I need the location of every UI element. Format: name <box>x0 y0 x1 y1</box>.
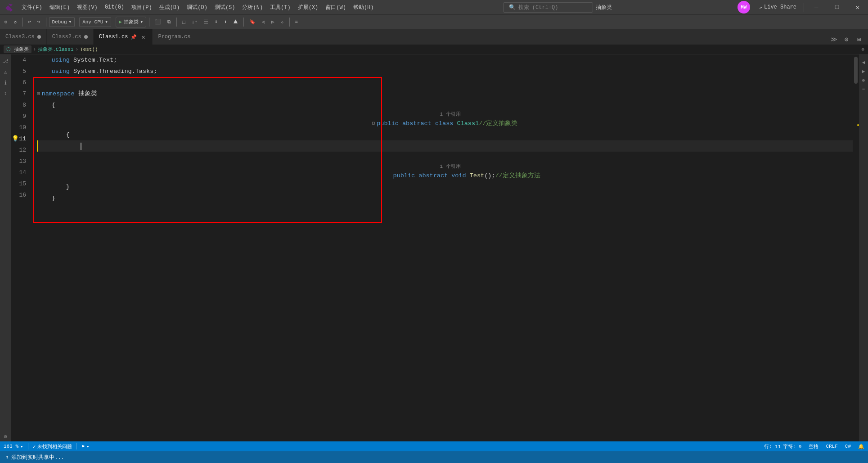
line-11-active: 💡 11 <box>11 133 30 144</box>
menu-tools[interactable]: 工具(T) <box>266 0 294 14</box>
breadcrumb-method[interactable]: Test() <box>80 47 98 52</box>
right-sidebar-icon-2[interactable]: ▶ <box>859 67 868 75</box>
tab-settings-button[interactable]: ⚙ <box>841 34 852 45</box>
menu-analyze[interactable]: 分析(N) <box>238 0 266 14</box>
zoom-dropdown-icon: ▾ <box>20 444 23 450</box>
right-sidebar-icon-1[interactable]: ◀ <box>859 58 868 66</box>
menu-project[interactable]: 项目(P) <box>128 0 156 14</box>
toolbar-icon-5[interactable]: ☰ <box>201 17 211 27</box>
toolbar-icon-12[interactable]: ≡ <box>292 17 301 27</box>
status-sep <box>28 443 28 450</box>
notification-bar: ⬆ 添加到实时共享中... <box>0 451 868 463</box>
toolbar-icon-10[interactable]: ▷ <box>269 17 277 27</box>
collapse-icon-7[interactable]: ⊟ <box>37 88 40 99</box>
status-zoom[interactable]: 163 % ▾ <box>0 441 27 451</box>
line-10: 10 <box>11 122 30 133</box>
activity-settings-icon[interactable]: ⚙ <box>0 432 10 441</box>
modified-dot <box>84 35 88 39</box>
minimize-button[interactable]: ─ <box>806 0 827 14</box>
toolbar-sep-6 <box>289 18 290 27</box>
right-sidebar-icon-4[interactable]: ≡ <box>859 85 868 93</box>
line-13: 13 <box>11 156 30 167</box>
breadcrumb-actions: ⊕ <box>861 46 864 52</box>
add-breadcrumb-button[interactable]: ⊕ <box>861 46 864 52</box>
activity-nav-icon[interactable]: ↕ <box>0 89 10 99</box>
status-left: 163 % ▾ ✓ 未找到相关问题 ⚑ ▾ <box>0 441 93 451</box>
menu-bar[interactable]: 文件(F) 编辑(E) 视图(V) Git(G) 项目(P) 生成(B) 调试(… <box>18 0 378 14</box>
menu-build[interactable]: 生成(B) <box>156 0 184 14</box>
close-button[interactable]: ✕ <box>847 0 868 14</box>
tab-close-button[interactable]: ✕ <box>139 33 147 40</box>
tab-class3[interactable]: Class3.cs <box>0 29 47 45</box>
toolbar-icon-1[interactable]: ⬛ <box>152 17 164 27</box>
undo-button[interactable]: ↩ <box>25 17 34 27</box>
code-line-9: 1 个引用 ⊟ public abstract class Class1//定义… <box>37 111 853 129</box>
menu-debug[interactable]: 调试(D) <box>183 0 211 14</box>
status-navigation[interactable]: ⚑ ▾ <box>78 441 93 451</box>
menu-git[interactable]: Git(G) <box>101 0 128 14</box>
live-share-button[interactable]: ↗ Live Share <box>754 0 802 14</box>
toolbar-sep-1 <box>22 18 22 27</box>
activity-git-icon[interactable]: ⎇ <box>0 56 10 66</box>
new-file-button[interactable]: ⊕ <box>2 17 10 27</box>
search-box[interactable]: 🔍 搜索 (Ctrl+Q) <box>503 2 593 13</box>
notification-text[interactable]: 添加到实时共享中... <box>11 454 64 461</box>
menu-window[interactable]: 窗口(W) <box>322 0 350 14</box>
line-9: 9 <box>11 111 30 122</box>
scrollbar-thumb[interactable] <box>854 57 858 84</box>
scrollbar[interactable] <box>853 54 859 441</box>
menu-edit[interactable]: 编辑(E) <box>46 0 74 14</box>
toolbar-icon-7[interactable]: ⬆ <box>221 17 230 27</box>
activity-warn-icon[interactable]: ⚠ <box>0 67 10 77</box>
menu-extensions[interactable]: 扩展(X) <box>294 0 322 14</box>
collapse-icon-9[interactable]: ⊟ <box>372 118 375 129</box>
run-button[interactable]: ▶ 抽象类 ▾ <box>116 17 146 27</box>
right-sidebar-icon-3[interactable]: ⊕ <box>859 76 868 84</box>
search-icon: 🔍 <box>509 4 516 11</box>
activity-info-icon[interactable]: ℹ <box>0 78 10 88</box>
menu-view[interactable]: 视图(V) <box>73 0 101 14</box>
breadcrumb-class[interactable]: 抽象类.Class1 <box>38 46 73 53</box>
split-editor-button[interactable]: ⊞ <box>854 34 864 45</box>
tab-label: Class3.cs <box>5 34 35 40</box>
status-encoding[interactable]: CRLF <box>822 441 841 451</box>
toolbar-icon-6[interactable]: ⬇ <box>212 17 220 27</box>
maximize-button[interactable]: □ <box>827 0 847 14</box>
code-line-11[interactable] <box>37 140 853 152</box>
tab-class2[interactable]: Class2.cs <box>47 29 94 45</box>
refresh-button[interactable]: ↺ <box>11 17 20 27</box>
status-notifications[interactable]: 🔔 <box>855 441 868 451</box>
status-errors[interactable]: ✓ 未找到相关问题 <box>29 441 76 451</box>
tab-class1[interactable]: Class1.cs 📌 ✕ <box>94 29 153 45</box>
menu-help[interactable]: 帮助(H) <box>350 0 378 14</box>
toolbar-icon-8[interactable]: ⯅ <box>230 17 241 27</box>
line-numbers: 4 5 6 7 8 9 10 💡 11 12 13 14 15 16 <box>11 54 33 441</box>
status-row-col[interactable]: 行: 11 字符: 9 <box>760 441 805 451</box>
lightbulb-icon[interactable]: 💡 <box>12 133 19 144</box>
toolbar-icon-9[interactable]: ◁ <box>259 17 268 27</box>
tab-list-button[interactable]: ≫ <box>828 34 839 45</box>
code-content[interactable]: using System.Text; using System.Threadin… <box>33 54 853 441</box>
cpu-dropdown[interactable]: Any CPU ▾ <box>79 17 111 27</box>
menu-file[interactable]: 文件(F) <box>18 0 46 14</box>
menu-test[interactable]: 测试(S) <box>211 0 239 14</box>
new-icon: ⊕ <box>4 19 8 25</box>
tab-label: Class1.cs <box>99 34 128 40</box>
editor-area[interactable]: 4 5 6 7 8 9 10 💡 11 12 13 14 15 16 using… <box>11 54 868 441</box>
toolbar-sep-3 <box>149 18 149 27</box>
toolbar-icon-4[interactable]: ↓↑ <box>189 17 200 27</box>
breadcrumb-project[interactable]: ⬡ 抽象类 <box>4 45 31 53</box>
bookmark-button[interactable]: 🔖 <box>247 17 258 27</box>
toolbar-icon-2[interactable]: ⧉ <box>165 17 174 27</box>
toolbar-icon-3[interactable]: ⬚ <box>180 17 188 27</box>
breadcrumb-sep-1: › <box>33 47 36 52</box>
status-language[interactable]: C# <box>841 441 855 451</box>
debug-config-dropdown[interactable]: Debug ▾ <box>49 17 75 27</box>
app-logo <box>0 0 18 14</box>
redo-button[interactable]: ↪ <box>35 17 43 27</box>
breadcrumb-sep-2: › <box>75 47 78 52</box>
status-spaces[interactable]: 空格 <box>805 441 822 451</box>
line-8: 8 <box>11 99 30 111</box>
tab-program[interactable]: Program.cs <box>153 29 196 45</box>
toolbar-icon-11[interactable]: ⬦ <box>278 17 287 27</box>
